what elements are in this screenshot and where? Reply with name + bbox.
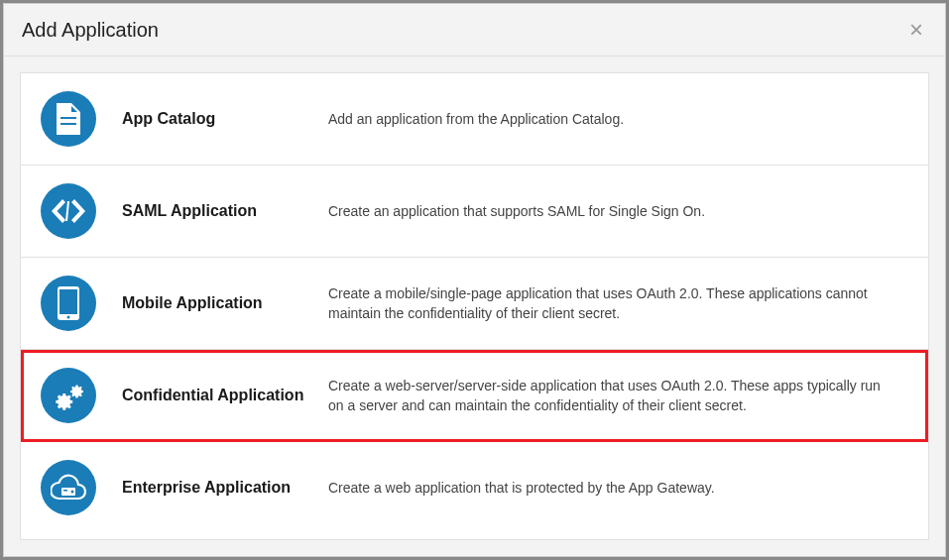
option-title: Confidential Application bbox=[122, 387, 303, 404]
svg-point-2 bbox=[67, 316, 70, 319]
option-title: App Catalog bbox=[122, 110, 215, 128]
option-mobile-application[interactable]: Mobile Application Create a mobile/singl… bbox=[21, 258, 928, 350]
add-application-modal: Add Application × App Catalog Add an app… bbox=[3, 3, 946, 557]
option-left: App Catalog bbox=[41, 91, 328, 147]
option-left: Confidential Application bbox=[41, 368, 328, 423]
gears-icon bbox=[41, 368, 96, 423]
option-enterprise-application[interactable]: Enterprise Application Create a web appl… bbox=[21, 442, 928, 533]
document-icon bbox=[41, 91, 96, 147]
option-title: Enterprise Application bbox=[122, 479, 291, 497]
option-description: Create a mobile/single-page application … bbox=[328, 283, 908, 324]
option-app-catalog[interactable]: App Catalog Add an application from the … bbox=[21, 73, 928, 166]
svg-rect-1 bbox=[59, 289, 77, 314]
option-saml-application[interactable]: SAML Application Create an application t… bbox=[21, 166, 928, 258]
option-title: SAML Application bbox=[122, 202, 257, 220]
option-confidential-application[interactable]: Confidential Application Create a web-se… bbox=[21, 350, 928, 442]
cloud-icon bbox=[41, 460, 96, 515]
option-left: SAML Application bbox=[41, 183, 328, 239]
close-button[interactable]: × bbox=[905, 18, 927, 42]
code-icon bbox=[41, 183, 96, 239]
option-description: Create a web-server/server-side applicat… bbox=[328, 376, 908, 416]
option-description: Create a web application that is protect… bbox=[328, 478, 908, 498]
modal-title: Add Application bbox=[22, 19, 159, 42]
option-description: Add an application from the Application … bbox=[328, 109, 908, 129]
options-list: App Catalog Add an application from the … bbox=[20, 72, 929, 540]
option-left: Enterprise Application bbox=[41, 460, 328, 515]
modal-body: App Catalog Add an application from the … bbox=[4, 56, 945, 556]
svg-rect-4 bbox=[63, 490, 67, 492]
modal-header: Add Application × bbox=[4, 4, 945, 56]
mobile-icon bbox=[41, 276, 96, 331]
svg-point-5 bbox=[71, 491, 74, 494]
option-description: Create an application that supports SAML… bbox=[328, 201, 908, 221]
option-title: Mobile Application bbox=[122, 294, 263, 312]
option-left: Mobile Application bbox=[41, 276, 328, 331]
